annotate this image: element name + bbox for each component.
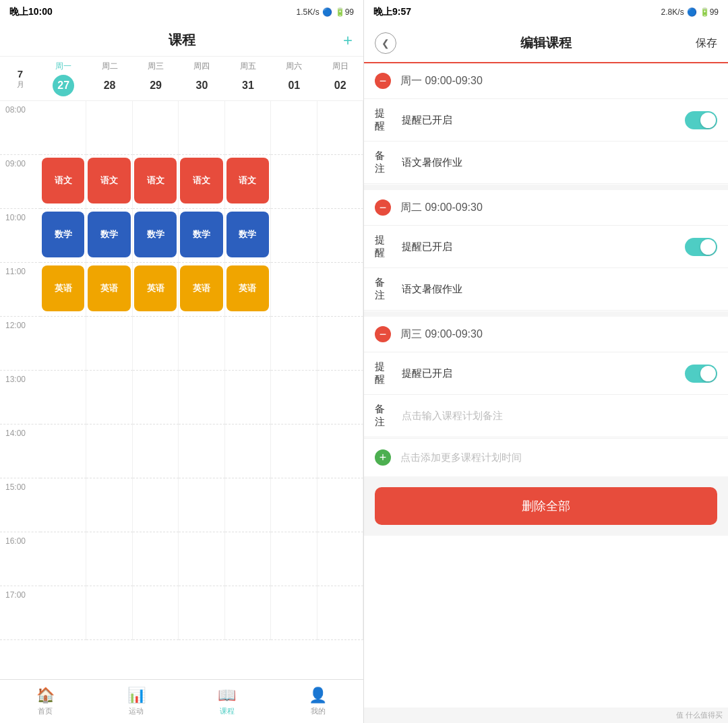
week-day-周五[interactable]: 周五31: [225, 57, 271, 100]
day-slot-4-6: [317, 317, 363, 371]
event-english-day0[interactable]: 英语: [42, 265, 84, 311]
add-more-label: 点击添加更多课程计划时间: [400, 451, 522, 464]
day-slot-6-6: [317, 425, 363, 478]
day-slot-5-2: [133, 371, 179, 425]
day-slot-2-0: 数学: [40, 209, 86, 263]
note-row-0[interactable]: 备注 语文暑假作业: [364, 142, 728, 184]
day-slot-7-2: [133, 478, 179, 532]
event-math-day1[interactable]: 数学: [88, 212, 130, 257]
day-slot-3-5: [271, 263, 317, 317]
section-divider-1: [364, 311, 728, 317]
event-chinese-day2[interactable]: 语文: [134, 158, 177, 203]
event-chinese-day3[interactable]: 语文: [180, 158, 222, 203]
event-chinese-day4[interactable]: 语文: [226, 158, 269, 203]
right-title: 编辑课程: [520, 34, 572, 52]
bottom-nav: 🏠首页📊运动📖课程👤我的: [0, 679, 363, 723]
left-time: 晚上10:00: [9, 6, 53, 18]
schedule-header-2: − 周三 09:00-09:30: [364, 317, 728, 352]
watermark: 值 什么值得买: [364, 708, 728, 723]
day-slot-8-2: [133, 532, 179, 586]
day-slot-6-5: [271, 425, 317, 478]
day-slot-9-6: [317, 586, 363, 640]
day-slot-0-0: [40, 101, 86, 155]
day-slot-0-6: [317, 101, 363, 155]
event-chinese-day0[interactable]: 语文: [42, 158, 84, 203]
back-button[interactable]: ❮: [375, 32, 396, 54]
day-slot-8-4: [225, 532, 271, 586]
note-row-2[interactable]: 备注 点击输入课程计划备注: [364, 395, 728, 437]
remove-button-1[interactable]: −: [375, 199, 391, 216]
time-slot-17:00: 17:00: [0, 586, 40, 640]
nav-item-课程[interactable]: 📖课程: [182, 680, 273, 723]
week-day-周日[interactable]: 周日02: [317, 57, 363, 100]
week-day-周二[interactable]: 周二28: [86, 57, 132, 100]
day-slot-5-5: [271, 371, 317, 425]
day-slot-5-4: [225, 371, 271, 425]
note-row-1[interactable]: 备注 语文暑假作业: [364, 268, 728, 311]
reminder-toggle-2[interactable]: [685, 365, 717, 383]
day-slot-5-1: [86, 371, 132, 425]
day-slot-0-1: [86, 101, 132, 155]
schedule-header-0: − 周一 09:00-09:30: [364, 63, 728, 99]
day-slot-3-2: 英语: [133, 263, 179, 317]
day-slot-7-0: [40, 478, 86, 532]
week-day-周六[interactable]: 周六01: [271, 57, 317, 100]
time-slot-08:00: 08:00: [0, 101, 40, 155]
day-slot-7-3: [179, 478, 224, 532]
time-slot-16:00: 16:00: [0, 532, 40, 586]
event-english-day3[interactable]: 英语: [180, 265, 222, 311]
event-math-day3[interactable]: 数学: [180, 212, 222, 257]
week-header: 7 月 周一27周二28周三29周四30周五31周六01周日02: [0, 57, 363, 101]
event-math-day0[interactable]: 数学: [42, 212, 84, 257]
day-col-1: 语文数学英语: [86, 101, 132, 679]
right-time: 晚上9:57: [373, 6, 411, 18]
day-slot-7-5: [271, 478, 317, 532]
day-slot-7-6: [317, 478, 363, 532]
day-slot-0-5: [271, 101, 317, 155]
day-col-3: 语文数学英语: [179, 101, 224, 679]
nav-item-首页[interactable]: 🏠首页: [0, 680, 91, 723]
reminder-row-0: 提醒 提醒已开启: [364, 99, 728, 142]
add-more-row[interactable]: + 点击添加更多课程计划时间: [364, 438, 728, 476]
nav-item-运动[interactable]: 📊运动: [91, 680, 182, 723]
day-col-5: [271, 101, 317, 679]
day-slot-6-2: [133, 425, 179, 478]
day-slot-2-6: [317, 209, 363, 263]
event-chinese-day1[interactable]: 语文: [88, 158, 130, 203]
event-english-day4[interactable]: 英语: [226, 265, 269, 311]
day-slot-0-4: [225, 101, 271, 155]
schedule-item-1: − 周二 09:00-09:30 提醒 提醒已开启 备注 语文暑假作业: [364, 190, 728, 311]
week-day-周三[interactable]: 周三29: [133, 57, 179, 100]
event-math-day2[interactable]: 数学: [134, 212, 177, 257]
day-slot-7-1: [86, 478, 132, 532]
month-text: 月: [17, 80, 24, 90]
remove-button-0[interactable]: −: [375, 73, 391, 89]
reminder-toggle-0[interactable]: [685, 111, 717, 129]
left-battery: 🔋99: [335, 7, 354, 17]
event-english-day1[interactable]: 英语: [88, 265, 130, 311]
reminder-value-0: 提醒已开启: [402, 114, 685, 127]
week-day-周一[interactable]: 周一27: [40, 57, 86, 100]
reminder-toggle-1[interactable]: [685, 238, 717, 256]
remove-button-2[interactable]: −: [375, 326, 391, 342]
delete-all-button[interactable]: 删除全部: [375, 487, 717, 525]
add-course-button[interactable]: +: [343, 31, 353, 50]
reminder-label-0: 提醒: [375, 107, 394, 133]
save-button[interactable]: 保存: [696, 36, 717, 51]
nav-item-我的[interactable]: 👤我的: [272, 680, 363, 723]
day-slot-0-3: [179, 101, 224, 155]
note-label-0: 备注: [375, 150, 394, 175]
edit-content: − 周一 09:00-09:30 提醒 提醒已开启 备注 语文暑假作业 − 周二…: [364, 63, 728, 708]
note-value-2: 点击输入课程计划备注: [402, 410, 717, 422]
reminder-label-1: 提醒: [375, 234, 394, 259]
schedule-time-2: 周三 09:00-09:30: [400, 327, 717, 342]
event-english-day2[interactable]: 英语: [134, 265, 177, 311]
day-slot-5-6: [317, 371, 363, 425]
reminder-value-2: 提醒已开启: [402, 367, 685, 380]
day-col-0: 语文数学英语: [40, 101, 86, 679]
day-slot-5-0: [40, 371, 86, 425]
day-slot-2-1: 数学: [86, 209, 132, 263]
day-slot-1-1: 语文: [86, 155, 132, 209]
week-day-周四[interactable]: 周四30: [179, 57, 224, 100]
event-math-day4[interactable]: 数学: [226, 212, 269, 257]
